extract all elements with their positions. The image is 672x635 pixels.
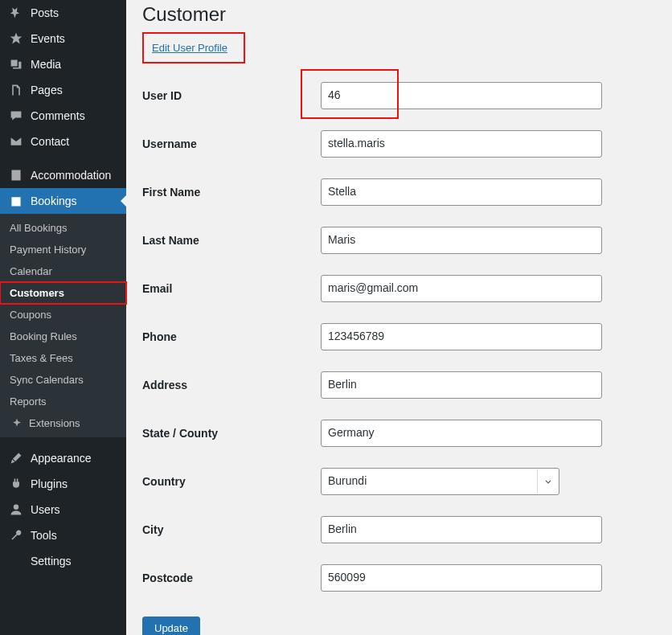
mail-icon [8,135,24,148]
edit-user-profile-link[interactable]: Edit User Profile [152,42,227,54]
submenu-item-reports[interactable]: Reports [0,391,126,412]
sidebar-item-label: Plugins [31,477,68,490]
sidebar-item-label: Accommodation [31,169,111,182]
submenu-item-sync-calendars[interactable]: Sync Calendars [0,369,126,391]
sidebar-item-tools[interactable]: Tools [0,522,126,548]
wrench-icon [8,529,24,542]
sidebar-item-label: Settings [31,555,72,567]
input-username[interactable] [321,130,602,158]
sidebar-item-settings[interactable]: Settings [0,548,126,574]
sparkle-icon [10,418,24,429]
label-postcode: Postcode [142,572,321,584]
row-first-name: First Name [142,168,656,216]
sidebar-item-label: Appearance [31,452,92,465]
sidebar-item-pages[interactable]: Pages [0,77,126,103]
row-username: Username [142,120,656,168]
submenu-item-booking-rules[interactable]: Booking Rules [0,326,126,347]
submenu-item-all-bookings[interactable]: All Bookings [0,217,126,239]
label-state: State / County [142,427,321,440]
row-postcode: Postcode [142,554,656,602]
bookings-submenu: All Bookings Payment History Calendar Cu… [0,214,126,437]
label-email: Email [142,282,321,295]
label-username: Username [142,137,321,150]
sidebar-item-label: Events [31,32,65,45]
main-content: Customer Edit User Profile User ID Usern… [126,0,672,635]
sidebar-item-label: Comments [31,109,85,122]
sidebar-item-accommodation[interactable]: Accommodation [0,162,126,188]
building-icon [8,169,24,182]
sidebar-item-label: Tools [31,529,57,542]
input-last-name[interactable] [321,227,602,254]
page-icon [8,84,24,96]
input-email[interactable] [321,275,602,302]
sidebar-item-media[interactable]: Media [0,51,126,77]
sidebar-item-users[interactable]: Users [0,497,126,522]
star-icon [8,32,24,45]
sidebar-item-appearance[interactable]: Appearance [0,445,126,471]
input-city[interactable] [321,516,602,543]
submenu-item-coupons[interactable]: Coupons [0,304,126,326]
select-country[interactable]: Burundi [321,468,559,495]
user-icon [8,503,24,516]
label-first-name: First Name [142,186,321,199]
submenu-item-extensions[interactable]: Extensions [0,412,126,434]
sidebar-item-label: Contact [31,135,69,148]
sidebar-item-label: Media [31,58,61,71]
submenu-item-payment-history[interactable]: Payment History [0,239,126,260]
comment-icon [8,109,24,122]
label-phone: Phone [142,330,321,343]
label-country: Country [142,475,321,488]
row-country: Country Burundi [142,457,656,506]
row-state: State / County [142,409,656,457]
media-icon [8,58,24,71]
row-address: Address [142,361,656,409]
label-last-name: Last Name [142,234,321,247]
row-last-name: Last Name [142,216,656,264]
sidebar-item-label: Bookings [31,195,77,207]
sidebar-item-label: Posts [31,6,59,19]
calendar-icon [8,195,24,207]
input-first-name[interactable] [321,178,602,206]
sidebar-item-plugins[interactable]: Plugins [0,471,126,497]
input-postcode[interactable] [321,564,602,592]
submenu-item-label: Extensions [29,417,80,429]
edit-user-profile-wrap: Edit User Profile [142,32,245,63]
sidebar-item-comments[interactable]: Comments [0,103,126,129]
row-email: Email [142,264,656,313]
plug-icon [8,477,24,490]
input-state[interactable] [321,420,602,447]
sidebar-item-posts[interactable]: Posts [0,0,126,26]
sidebar-item-events[interactable]: Events [0,26,126,51]
page-title: Customer [142,3,656,26]
pushpin-icon [8,6,24,19]
sidebar-item-bookings[interactable]: Bookings [0,188,126,214]
label-city: City [142,523,321,536]
input-phone[interactable] [321,323,602,350]
row-city: City [142,506,656,554]
admin-sidebar: Posts Events Media Pages Comments Contac… [0,0,126,635]
label-user-id: User ID [142,89,321,102]
row-user-id: User ID [142,72,656,120]
sliders-icon [8,555,24,567]
brush-icon [8,452,24,465]
input-user-id[interactable] [321,82,602,109]
sidebar-item-label: Users [31,503,60,516]
update-button[interactable]: Update [142,617,200,635]
label-address: Address [142,379,321,391]
sidebar-item-label: Pages [31,84,63,96]
submenu-item-customers[interactable]: Customers [0,282,126,304]
submenu-item-calendar[interactable]: Calendar [0,260,126,282]
row-phone: Phone [142,313,656,361]
svg-point-0 [14,505,18,510]
sidebar-item-contact[interactable]: Contact [0,129,126,154]
submenu-item-taxes-fees[interactable]: Taxes & Fees [0,347,126,369]
input-address[interactable] [321,371,602,399]
